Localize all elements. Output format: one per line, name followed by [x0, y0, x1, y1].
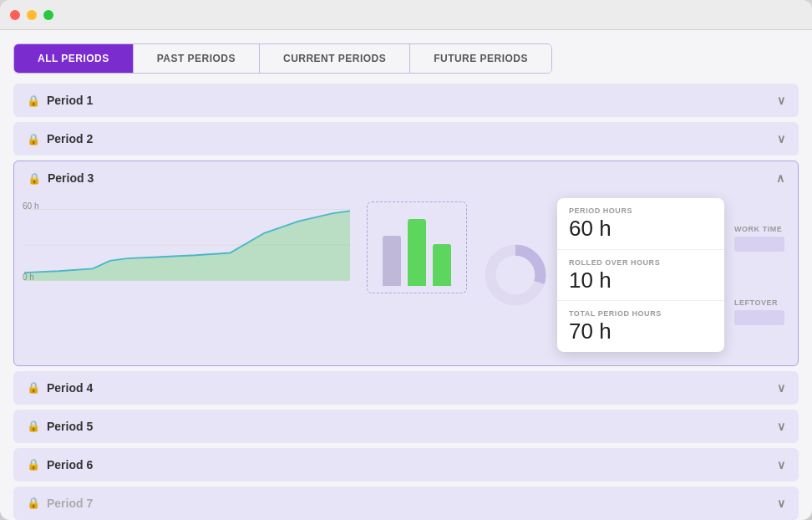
period-1-header[interactable]: 🔒 Period 1 ∨: [13, 84, 799, 117]
maximize-button[interactable]: [43, 10, 53, 20]
period-2-header[interactable]: 🔒 Period 2 ∨: [13, 122, 799, 155]
lock-icon-2: 🔒: [27, 133, 40, 145]
bar-col-3: [433, 209, 451, 286]
period-row-4: 🔒 Period 4 ∨: [13, 371, 799, 405]
main-window: ALL PERIODS PAST PERIODS CURRENT PERIODS…: [0, 0, 812, 520]
stat-total: TOTAL PERIOD HOURS 70 h: [557, 301, 724, 352]
tab-current-periods[interactable]: CURRENT PERIODS: [260, 44, 410, 73]
stats-panel: PERIOD HOURS 60 h ROLLED OVER HOURS 10 h…: [557, 198, 724, 352]
close-button[interactable]: [10, 10, 20, 20]
period-5-label: Period 5: [47, 420, 93, 433]
chart-y-bottom: 0 h: [23, 273, 34, 282]
period-4-header[interactable]: 🔒 Period 4 ∨: [13, 371, 799, 405]
period-6-label: Period 6: [47, 458, 93, 472]
period-row-2: 🔒 Period 2 ∨: [13, 122, 799, 155]
line-chart: 60 h 0 h: [14, 195, 360, 295]
minimize-button[interactable]: [27, 10, 37, 20]
stat-rolled-over: ROLLED OVER HOURS 10 h: [557, 250, 724, 302]
rolled-over-label: ROLLED OVER HOURS: [569, 258, 713, 267]
period-5-header[interactable]: 🔒 Period 5 ∨: [13, 410, 799, 443]
stat-period-hours: PERIOD HOURS 60 h: [557, 198, 724, 250]
leftover-bar: [734, 310, 784, 325]
period-3-header[interactable]: 🔒 Period 3 ∧: [14, 161, 798, 195]
lock-icon-1: 🔒: [27, 94, 40, 107]
chevron-4: ∨: [777, 381, 785, 395]
work-time-label: WORK TIME: [734, 225, 794, 233]
period-7-label: Period 7: [47, 497, 93, 510]
tab-all-periods[interactable]: ALL PERIODS: [14, 44, 134, 73]
chevron-5: ∨: [777, 420, 785, 433]
period-row-1: 🔒 Period 1 ∨: [13, 84, 799, 117]
bar-green-2: [433, 244, 451, 286]
period-7-header[interactable]: 🔒 Period 7 ∨: [13, 487, 799, 520]
chevron-7: ∨: [777, 497, 785, 510]
donut-chart: [474, 201, 557, 349]
period-4-label: Period 4: [47, 381, 93, 395]
period-3-label: Period 3: [48, 171, 94, 185]
lock-icon-4: 🔒: [27, 381, 40, 394]
lock-icon-5: 🔒: [27, 420, 40, 432]
tab-past-periods[interactable]: PAST PERIODS: [134, 44, 260, 73]
period-row-3: 🔒 Period 3 ∧ 60 h 0 h: [13, 161, 799, 366]
side-stats: WORK TIME LEFTOVER: [731, 195, 798, 355]
title-bar: [0, 0, 812, 30]
main-content: ALL PERIODS PAST PERIODS CURRENT PERIODS…: [0, 30, 812, 520]
total-value: 70 h: [569, 319, 713, 344]
total-label: TOTAL PERIOD HOURS: [569, 309, 713, 318]
bar-green: [408, 219, 426, 286]
period-6-header[interactable]: 🔒 Period 6 ∨: [13, 448, 799, 482]
lock-icon-7: 🔒: [27, 497, 40, 509]
work-time-bar: [734, 237, 784, 252]
period-row-5: 🔒 Period 5 ∨: [13, 410, 799, 443]
chevron-2: ∨: [777, 132, 785, 145]
leftover-label: LEFTOVER: [734, 298, 794, 307]
chevron-6: ∨: [777, 458, 785, 472]
tab-future-periods[interactable]: FUTURE PERIODS: [410, 44, 551, 73]
bar-chart: [367, 201, 467, 293]
period-2-label: Period 2: [47, 132, 93, 145]
period-hours-label: PERIOD HOURS: [569, 206, 713, 215]
line-chart-svg: [24, 201, 350, 288]
donut-svg: [480, 237, 551, 313]
lock-icon-6: 🔒: [27, 458, 40, 471]
chevron-1: ∨: [777, 94, 785, 107]
rolled-over-value: 10 h: [569, 268, 713, 293]
leftover-section: LEFTOVER: [734, 298, 794, 325]
work-time-section: WORK TIME: [734, 225, 794, 252]
period-3-body: 60 h 0 h: [14, 195, 798, 365]
chevron-3: ∧: [776, 171, 784, 185]
lock-icon-3: 🔒: [28, 172, 41, 185]
period-list: 🔒 Period 1 ∨ 🔒 Period 2 ∨: [13, 84, 799, 520]
period-1-label: Period 1: [47, 94, 93, 107]
bar-col-2: [408, 209, 426, 286]
period-hours-value: 60 h: [569, 217, 713, 241]
bar-gray: [383, 236, 401, 286]
period-row-6: 🔒 Period 6 ∨: [13, 448, 799, 482]
chart-y-top: 60 h: [23, 201, 38, 211]
bar-col-1: [383, 209, 401, 286]
period-row-7: 🔒 Period 7 ∨: [13, 487, 799, 520]
tab-bar: ALL PERIODS PAST PERIODS CURRENT PERIODS…: [13, 43, 552, 74]
